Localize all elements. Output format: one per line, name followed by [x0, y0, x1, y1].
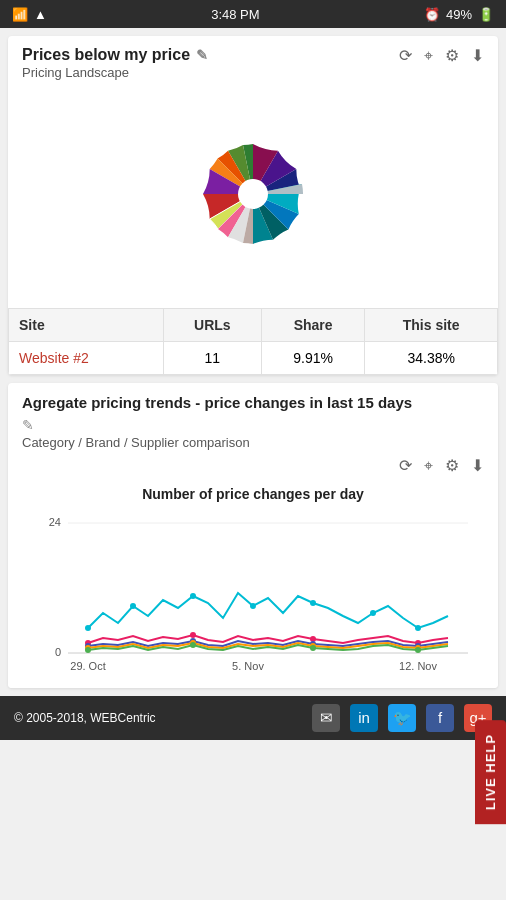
pie-chart-area: [8, 84, 498, 308]
col-share: Share: [261, 309, 364, 342]
status-bar: 📶 ▲ 3:48 PM ⏰ 49% 🔋: [0, 0, 506, 28]
battery-text: 49%: [446, 7, 472, 22]
card2-settings-icon[interactable]: ⚙: [445, 458, 459, 474]
col-urls: URLs: [163, 309, 261, 342]
cell-thissite: 34.38%: [365, 342, 498, 375]
svg-point-0: [238, 179, 268, 209]
card2-edit-icon[interactable]: ✎: [22, 417, 484, 433]
dot: [190, 642, 196, 648]
dot: [415, 647, 421, 653]
table-row: Website #2 11 9.91% 34.38%: [9, 342, 498, 375]
card1-actions: ⟳ ⌖ ⚙ ⬇: [399, 46, 484, 64]
chart-area: Number of price changes per day 24 0 29.…: [8, 480, 498, 688]
card2-header: Agregate pricing trends - price changes …: [8, 383, 498, 454]
card1-target-icon[interactable]: ⌖: [424, 48, 433, 64]
card2-target-icon[interactable]: ⌖: [424, 458, 433, 474]
card-pricing-landscape: Prices below my price ✎ Pricing Landscap…: [8, 36, 498, 375]
twitter-icon[interactable]: 🐦: [388, 704, 416, 732]
battery-icon: 🔋: [478, 7, 494, 22]
card-pricing-trends: Agregate pricing trends - price changes …: [8, 383, 498, 688]
status-right: ⏰ 49% 🔋: [424, 7, 494, 22]
signal-icon: ▲: [34, 7, 47, 22]
line-chart: 24 0 29. Oct 5. Nov 12. Nov: [33, 508, 473, 678]
card1-header: Prices below my price ✎ Pricing Landscap…: [8, 36, 498, 84]
card2-title: Agregate pricing trends - price changes …: [22, 393, 484, 413]
pie-chart: [153, 94, 353, 294]
dot: [310, 645, 316, 651]
dot: [190, 593, 196, 599]
card2-subtitle: Category / Brand / Supplier comparison: [22, 435, 484, 450]
card1-settings-icon[interactable]: ⚙: [445, 48, 459, 64]
x-label-nov12: 12. Nov: [399, 660, 437, 672]
card1-edit-icon[interactable]: ✎: [196, 47, 208, 63]
copyright-text: © 2005-2018, WEBCentric: [14, 711, 156, 725]
card2-refresh-icon[interactable]: ⟳: [399, 458, 412, 474]
site-link[interactable]: Website #2: [19, 350, 89, 366]
card1-title: Prices below my price ✎: [22, 46, 399, 64]
cell-share: 9.91%: [261, 342, 364, 375]
cell-site[interactable]: Website #2: [9, 342, 164, 375]
mail-icon[interactable]: ✉: [312, 704, 340, 732]
x-label-oct: 29. Oct: [70, 660, 105, 672]
card1-title-group: Prices below my price ✎ Pricing Landscap…: [22, 46, 399, 80]
card1-download-icon[interactable]: ⬇: [471, 48, 484, 64]
status-left: 📶 ▲: [12, 7, 47, 22]
y-label-min: 0: [55, 646, 61, 658]
live-help-button[interactable]: LIVE HELP: [475, 720, 506, 824]
time-display: 3:48 PM: [211, 7, 259, 22]
wifi-icon: 📶: [12, 7, 28, 22]
y-label-max: 24: [49, 516, 61, 528]
card1-refresh-icon[interactable]: ⟳: [399, 48, 412, 64]
dot: [190, 632, 196, 638]
x-label-nov5: 5. Nov: [232, 660, 264, 672]
pricing-table: Site URLs Share This site Website #2 11 …: [8, 308, 498, 375]
dot: [415, 625, 421, 631]
col-thissite: This site: [365, 309, 498, 342]
dot: [85, 647, 91, 653]
alarm-icon: ⏰: [424, 7, 440, 22]
table-header-row: Site URLs Share This site: [9, 309, 498, 342]
col-site: Site: [9, 309, 164, 342]
card2-actions: ⟳ ⌖ ⚙ ⬇: [8, 454, 498, 480]
footer: © 2005-2018, WEBCentric ✉ in 🐦 f g+: [0, 696, 506, 740]
chart-title: Number of price changes per day: [18, 486, 488, 502]
line-series-1: [88, 593, 448, 628]
dot: [85, 625, 91, 631]
card1-subtitle: Pricing Landscape: [22, 65, 399, 80]
card2-download-icon[interactable]: ⬇: [471, 458, 484, 474]
cell-urls: 11: [163, 342, 261, 375]
dot: [310, 600, 316, 606]
dot: [130, 603, 136, 609]
facebook-icon[interactable]: f: [426, 704, 454, 732]
footer-icons: ✉ in 🐦 f g+: [312, 704, 492, 732]
dot: [250, 603, 256, 609]
linkedin-icon[interactable]: in: [350, 704, 378, 732]
dot: [370, 610, 376, 616]
